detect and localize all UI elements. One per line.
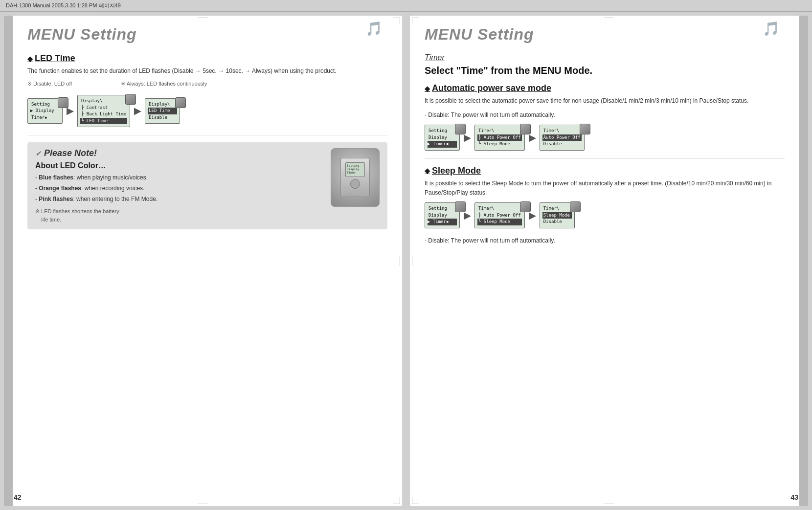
note-always: ※ Always: LED flashes continuously	[121, 81, 207, 87]
note-battery: ※ LED flashes shortens the battery life …	[35, 207, 323, 223]
auto-power-desc: It is possible to select the automatic p…	[425, 96, 785, 106]
sleep-mode-section: Sleep Mode It is possible to select the …	[425, 166, 785, 245]
about-item-2: - Orange flashes: when recording voices.	[35, 184, 323, 193]
device-icon-1	[58, 97, 68, 108]
about-item-1: - Blue flashes: when playing music/voice…	[35, 173, 323, 182]
left-page-header: MENU Setting 🎵	[27, 25, 387, 44]
sl-device-2	[520, 201, 531, 212]
ap-screen-2-wrap: Timer\ ├ Auto Power Off └ Sleep Mode	[474, 125, 525, 151]
top-bar-text: DAH-1300 Manual 2005.3.30 1:28 PM 페이지49	[6, 2, 121, 8]
screen-2: Display\ ├ Contrast ├ Back Light Time └ …	[77, 95, 130, 127]
sleep-mode-note: - Disable: The power will not turn off a…	[425, 236, 785, 245]
led-notes-row: ※ Disable: LED off ※ Always: LED flashes…	[27, 81, 387, 89]
auto-power-header: Automatic power save mode	[425, 83, 785, 93]
led-time-header: LED Time	[27, 53, 387, 64]
note-disable: ※ Disable: LED off	[27, 81, 72, 87]
ap-device-2	[520, 124, 531, 134]
ap-device-1	[455, 124, 466, 134]
sl-screen-3-wrap: Timer\ Sleep Mode Disable	[540, 202, 575, 228]
screen-1-wrapper: Setting Display Timer▪	[27, 98, 63, 124]
sl-screen-2-wrap: Timer\ ├ Auto Power Off └ Sleep Mode	[474, 202, 525, 228]
right-menu-title: MENU Setting	[425, 25, 534, 44]
page-right: MENU Setting 🎵 Timer Select "Time" from …	[410, 16, 808, 506]
ap-device-3	[580, 124, 590, 134]
select-title: Select "Time" from the MENU Mode.	[425, 65, 785, 76]
please-note-title: ✓ Please Note!	[35, 148, 323, 158]
auto-power-screens: Setting Display Timer▪ ▶ Timer\ ├ Auto P…	[425, 125, 785, 151]
checkmark-icon: ✓	[35, 150, 41, 157]
screen-2-wrapper: Display\ ├ Contrast ├ Back Light Time └ …	[77, 95, 130, 127]
sleep-screens: Setting Display Timer▪ ▶ Timer\ ├ Auto P…	[425, 202, 785, 228]
sl-screen-2: Timer\ ├ Auto Power Off └ Sleep Mode	[474, 202, 525, 228]
ap-screen-3: Timer\ Auto Power Off Disable	[540, 125, 585, 151]
about-led-title: About LED Color…	[35, 161, 323, 170]
sl-device-3	[570, 201, 581, 212]
left-menu-title: MENU Setting	[27, 25, 137, 44]
sl-device-1	[455, 201, 466, 212]
gray-section-row: ✓ Please Note! About LED Color… - Blue f…	[35, 148, 380, 223]
sleep-mode-header: Sleep Mode	[425, 166, 785, 176]
about-item-3: - Pink flashes: when entering to the FM …	[35, 195, 323, 203]
page-number-left: 42	[14, 493, 22, 501]
page-number-right: 43	[790, 493, 798, 501]
ap-screen-1-wrap: Setting Display Timer▪	[425, 125, 460, 151]
sl-screen-1-wrap: Setting Display Timer▪	[425, 202, 460, 228]
device-icon-3	[175, 97, 186, 108]
pages-container: MENU Setting 🎵 LED Time The function ena…	[0, 12, 812, 510]
device-icon-2	[125, 94, 136, 105]
auto-power-section: Automatic power save mode It is possible…	[425, 83, 785, 151]
arrow-2: ▶	[134, 106, 141, 116]
sleep-mode-desc: It is possible to select the Sleep Mode …	[425, 179, 785, 198]
led-time-desc: The function enables to set the duration…	[27, 67, 387, 76]
timer-label: Timer	[425, 53, 785, 62]
ap-screen-3-wrap: Timer\ Auto Power Off Disable	[540, 125, 585, 151]
sl-screen-3: Timer\ Sleep Mode Disable	[540, 202, 575, 228]
note-text-area: ✓ Please Note! About LED Color… - Blue f…	[35, 148, 323, 223]
screen-3-wrapper: Display\ LED Time Disable	[145, 98, 180, 124]
top-bar: DAH-1300 Manual 2005.3.30 1:28 PM 페이지49	[0, 0, 812, 12]
led-screens-row: Setting Display Timer▪ ▶ Display\ ├ Cont…	[27, 95, 387, 127]
page-left: MENU Setting 🎵 LED Time The function ena…	[4, 16, 402, 506]
auto-power-note: - Disable: The power will not turn off a…	[425, 111, 785, 120]
please-note-section: ✓ Please Note! About LED Color… - Blue f…	[27, 142, 387, 229]
ap-screen-2: Timer\ ├ Auto Power Off └ Sleep Mode	[474, 125, 525, 151]
led-time-section: LED Time The function enables to set the…	[27, 53, 387, 127]
right-page-header: MENU Setting 🎵	[425, 25, 785, 44]
device-illustration: SettingDisplayTimer	[331, 148, 380, 207]
